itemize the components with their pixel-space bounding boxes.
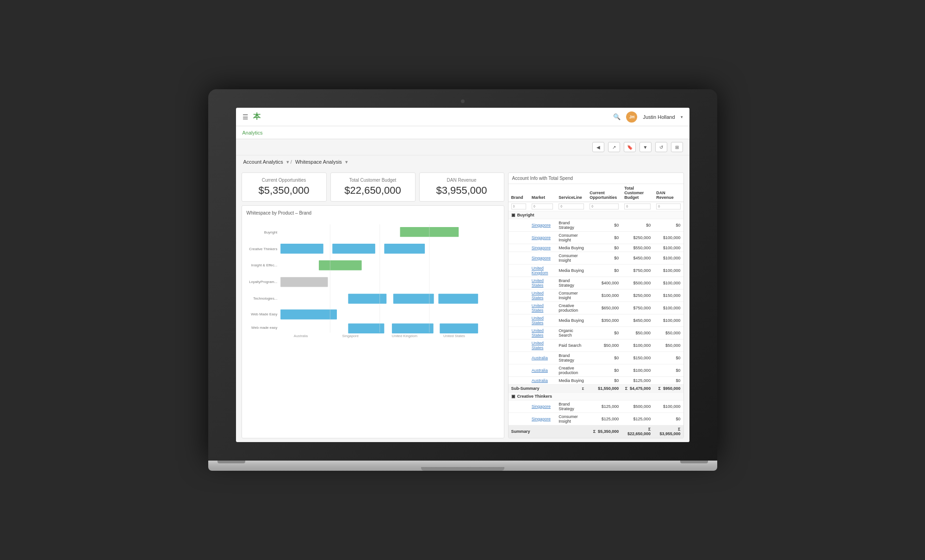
col-dan-rev: DANRevenue [653, 184, 683, 202]
market-link[interactable]: Singapore [529, 413, 556, 425]
bar-chart-svg: Buyright Creative Thinkers Insight & Eff… [247, 219, 499, 339]
toolbar-btn-bookmark[interactable]: 🔖 [624, 142, 636, 152]
table-row: Australia Creativeproduction $0 $100,000… [509, 364, 683, 377]
navbar: ☰ 本 🔍 JH Justin Holland ▾ [236, 108, 689, 126]
market-link[interactable]: United States [529, 314, 556, 327]
toolbar: ◀ ↗ 🔖 ▼ ↺ ⊞ [236, 139, 689, 155]
market-link[interactable]: United States [529, 289, 556, 302]
toolbar-btn-export[interactable]: ↗ [608, 142, 620, 152]
filter-budget[interactable] [624, 203, 651, 209]
camera [461, 99, 465, 103]
svg-rect-13 [348, 294, 386, 303]
navbar-left: ☰ 本 [242, 112, 260, 122]
market-link[interactable]: Australia [529, 364, 556, 377]
toolbar-btn-back[interactable]: ◀ [592, 142, 604, 152]
table-row: Singapore Media Buying $0 $550,000 $100,… [509, 244, 683, 252]
table-row-summary: Summary Σ $5,350,000 Σ $22,650,000 Σ $3,… [509, 425, 683, 438]
col-brand: Brand [509, 184, 529, 202]
filter-market[interactable] [532, 203, 553, 209]
hamburger-icon[interactable]: ☰ [242, 113, 248, 121]
table-row: United States Consumer Insight $100,000 … [509, 289, 683, 302]
col-market: Market [529, 184, 556, 202]
left-panel: Current Opportunities $5,350,000 Total C… [242, 172, 504, 438]
sub-navbar: Analytics [236, 126, 689, 139]
right-panel: Account Info with Total Spend Brand Mark… [508, 172, 684, 438]
kpi-dan-revenue: DAN Revenue $3,955,000 [419, 172, 504, 202]
market-link[interactable]: Australia [529, 377, 556, 385]
navbar-right: 🔍 JH Justin Holland ▾ [613, 111, 683, 123]
market-link[interactable]: United States [529, 339, 556, 352]
market-link[interactable]: United States [529, 327, 556, 339]
market-link[interactable]: United States [529, 277, 556, 289]
svg-rect-9 [332, 244, 375, 253]
svg-text:Singapore: Singapore [342, 334, 359, 338]
filter-service[interactable] [559, 203, 584, 209]
main-content: Current Opportunities $5,350,000 Total C… [236, 169, 689, 442]
breadcrumb-sep2: ▾ [345, 159, 348, 165]
user-dropdown-icon[interactable]: ▾ [681, 115, 683, 119]
market-link[interactable]: Singapore [529, 232, 556, 244]
table-row: UnitedKingdom Media Buying $0 $750,000 $… [509, 265, 683, 277]
svg-rect-11 [319, 260, 362, 270]
svg-rect-17 [348, 324, 384, 333]
kpi-dan-rev-label: DAN Revenue [426, 178, 497, 183]
svg-rect-14 [393, 294, 434, 303]
breadcrumb: Account Analytics ▾ / Whitespace Analysi… [236, 155, 689, 169]
market-link[interactable]: Singapore [529, 400, 556, 413]
laptop-base [208, 461, 717, 471]
sub-nav-analytics[interactable]: Analytics [242, 130, 263, 135]
table-row: United States Media Buying $350,000 $450… [509, 314, 683, 327]
filter-brand[interactable] [511, 203, 526, 209]
kpi-curr-opp-value: $5,350,000 [248, 185, 320, 197]
kpi-total-customer-budget: Total Customer Budget $22,650,000 [330, 172, 416, 202]
laptop-foot-right [680, 461, 708, 463]
market-link[interactable]: Australia [529, 352, 556, 364]
table-row: Singapore Brand Strategy $125,000 $500,0… [509, 400, 683, 413]
toolbar-btn-grid[interactable]: ⊞ [671, 142, 683, 152]
toolbar-btn-refresh[interactable]: ↺ [655, 142, 667, 152]
kpi-current-opportunities: Current Opportunities $5,350,000 [242, 172, 327, 202]
market-link[interactable]: Singapore [529, 252, 556, 265]
kpi-curr-opp-label: Current Opportunities [248, 178, 320, 183]
kpi-total-budget-value: $22,650,000 [337, 185, 409, 197]
laptop-feet [208, 461, 717, 463]
svg-rect-18 [391, 324, 433, 333]
svg-text:Technologies...: Technologies... [253, 296, 277, 301]
laptop-foot-left [217, 461, 245, 463]
table-row: United States Organic Search $0 $50,000 … [509, 327, 683, 339]
svg-text:LoyaltyProgram...: LoyaltyProgram... [249, 280, 277, 284]
svg-rect-8 [280, 244, 323, 253]
user-avatar: JH [626, 111, 637, 123]
table-title: Account Info with Total Spend [509, 173, 683, 184]
market-link[interactable]: Singapore [529, 244, 556, 252]
filter-dan-rev[interactable] [656, 203, 680, 209]
user-name: Justin Holland [643, 114, 675, 120]
breadcrumb-account-analytics[interactable]: Account Analytics [243, 159, 283, 165]
app-container: ☰ 本 🔍 JH Justin Holland ▾ Analytics [236, 108, 689, 442]
search-icon[interactable]: 🔍 [613, 113, 621, 120]
kpi-dan-rev-value: $3,955,000 [426, 185, 497, 197]
svg-text:Buyright: Buyright [264, 230, 277, 234]
col-serviceline: ServiceLine [556, 184, 587, 202]
breadcrumb-sep: ▾ / [286, 159, 293, 165]
svg-rect-15 [438, 294, 478, 303]
svg-text:United Kingdom: United Kingdom [391, 334, 417, 338]
market-link[interactable]: United States [529, 302, 556, 314]
breadcrumb-whitespace-analysis[interactable]: Whitespace Analysis [295, 159, 342, 165]
chart-title: Whitespace by Product – Brand [247, 210, 499, 215]
toolbar-btn-filter[interactable]: ▼ [639, 142, 652, 152]
table-row: Singapore Consumer Insight $0 $250,000 $… [509, 232, 683, 244]
market-link[interactable]: Singapore [529, 219, 556, 232]
svg-rect-16 [280, 309, 337, 319]
svg-text:Web Made Easy: Web Made Easy [251, 312, 277, 316]
chart-panel: Whitespace by Product – Brand Buyright C… [242, 205, 504, 438]
table-row: United States Paid Search $50,000 $100,0… [509, 339, 683, 352]
table-row-subsummary: Sub-Summary Σ $1,550,000 Σ $4,475,000 Σ … [509, 385, 683, 393]
market-link[interactable]: UnitedKingdom [529, 265, 556, 277]
kpi-row: Current Opportunities $5,350,000 Total C… [242, 172, 504, 202]
table-row: Australia Media Buying $0 $125,000 $0 [509, 377, 683, 385]
filter-curr-opp[interactable] [590, 203, 619, 209]
svg-rect-19 [440, 324, 478, 333]
table-row: ▣Creative Thinkers [509, 393, 683, 400]
table-row: Singapore Brand Strategy $0 $0 $0 [509, 219, 683, 232]
